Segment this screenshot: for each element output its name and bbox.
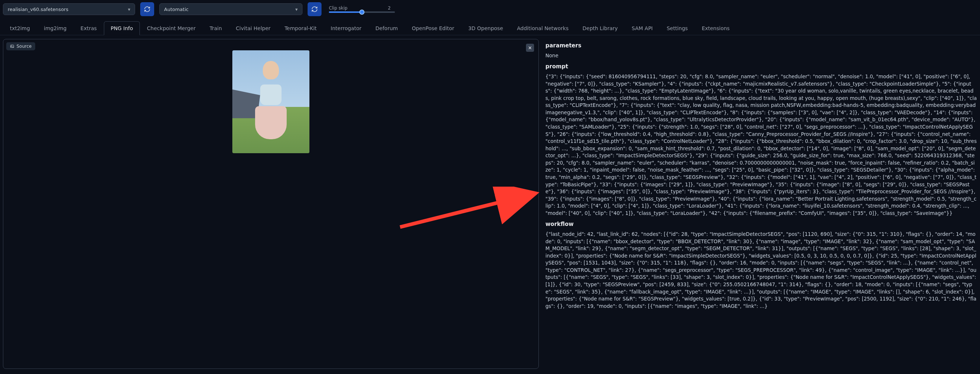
tab-openpose-editor[interactable]: OpenPose Editor [405, 21, 461, 35]
main-tabs: txt2imgimg2imgExtrasPNG InfoCheckpoint M… [0, 21, 980, 35]
chevron-down-icon: ▾ [295, 6, 298, 12]
clip-skip-slider[interactable] [329, 11, 395, 13]
tab-train[interactable]: Train [203, 21, 229, 35]
tab-extras[interactable]: Extras [73, 21, 103, 35]
workflow-heading: workflow [546, 221, 977, 229]
vae-dropdown[interactable]: Automatic ▾ [159, 3, 302, 15]
workflow-value: {"last_node_id": 42, "last_link_id": 62,… [546, 231, 977, 310]
chevron-down-icon: ▾ [128, 6, 130, 12]
tab-3d-openpose[interactable]: 3D Openpose [461, 21, 510, 35]
tab-temporal-kit[interactable]: Temporal-Kit [277, 21, 324, 35]
vae-value: Automatic [164, 6, 189, 12]
tab-img2img[interactable]: img2img [37, 21, 74, 35]
source-label-text: Source [16, 44, 32, 49]
parameters-value: None [546, 52, 977, 59]
source-image[interactable] [232, 50, 309, 153]
info-panel: parameters None prompt {"3": {"inputs": … [546, 39, 977, 369]
clip-skip-label: Clip skip [329, 5, 348, 11]
refresh-checkpoint-button[interactable] [140, 2, 154, 16]
tab-settings[interactable]: Settings [660, 21, 694, 35]
tab-sam-api[interactable]: SAM API [625, 21, 660, 35]
tab-deforum[interactable]: Deforum [369, 21, 405, 35]
clip-skip-value: 2 [388, 5, 391, 11]
clip-skip-control: Clip skip 2 [329, 5, 395, 13]
parameters-heading: parameters [546, 42, 977, 50]
source-label[interactable]: Source [6, 42, 35, 50]
tab-png-info[interactable]: PNG Info [104, 21, 140, 35]
close-icon: ✕ [528, 45, 532, 51]
prompt-value: {"3": {"inputs": {"seed": 81604095679411… [546, 73, 977, 217]
tab-interrogator[interactable]: Interrogator [324, 21, 369, 35]
refresh-vae-button[interactable] [307, 2, 321, 16]
source-panel: Source ✕ [3, 39, 539, 369]
tab-txt2img[interactable]: txt2img [3, 21, 37, 35]
tab-extensions[interactable]: Extensions [695, 21, 737, 35]
tab-additional-networks[interactable]: Additional Networks [510, 21, 576, 35]
tab-checkpoint-merger[interactable]: Checkpoint Merger [140, 21, 203, 35]
image-icon [10, 44, 14, 48]
checkpoint-value: realisian_v60.safetensors [8, 6, 68, 12]
prompt-heading: prompt [546, 63, 977, 71]
checkpoint-dropdown[interactable]: realisian_v60.safetensors ▾ [3, 3, 135, 15]
tab-civitai-helper[interactable]: Civitai Helper [229, 21, 278, 35]
close-button[interactable]: ✕ [526, 44, 534, 52]
tab-depth-library[interactable]: Depth Library [576, 21, 625, 35]
